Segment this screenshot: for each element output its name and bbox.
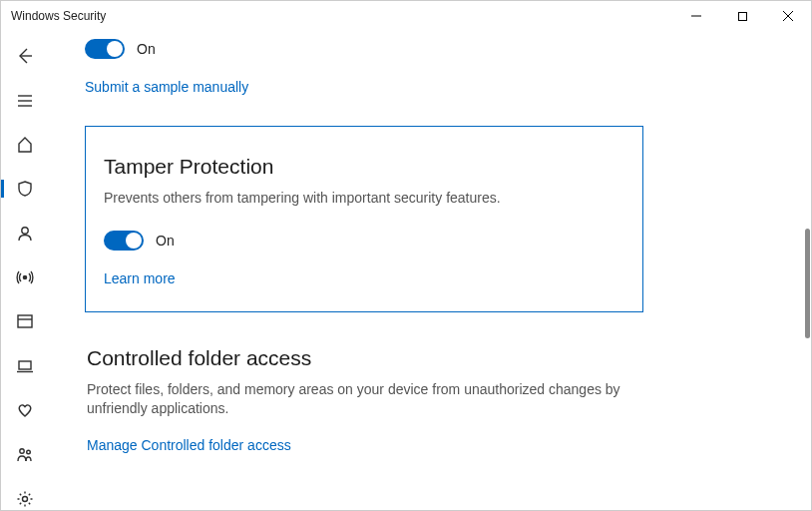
window: Windows Security [0, 0, 812, 511]
laptop-icon [16, 357, 34, 375]
toggle-knob [107, 41, 123, 57]
tamper-description: Prevents others from tampering with impo… [104, 189, 624, 209]
maximize-icon [737, 11, 748, 22]
tamper-toggle-row: On [104, 231, 624, 251]
hamburger-icon [16, 92, 34, 110]
minimize-icon [690, 10, 702, 22]
menu-button[interactable] [1, 89, 49, 111]
nav-virus-protection[interactable] [1, 178, 49, 200]
gear-icon [16, 490, 34, 508]
nav-device-security[interactable] [1, 355, 49, 377]
close-button[interactable] [765, 1, 811, 31]
nav-rail [1, 31, 49, 510]
cfa-heading: Controlled folder access [87, 346, 643, 370]
toggle-knob [126, 233, 142, 249]
svg-point-8 [22, 227, 28, 233]
tamper-learn-more-link[interactable]: Learn more [104, 270, 176, 286]
svg-point-15 [27, 451, 31, 455]
user-icon [16, 225, 34, 243]
minimize-button[interactable] [673, 1, 719, 31]
home-icon [16, 136, 34, 154]
svg-rect-1 [738, 12, 746, 20]
window-icon [16, 312, 34, 330]
arrow-left-icon [16, 47, 34, 65]
nav-settings[interactable] [1, 488, 49, 510]
scrollbar-thumb[interactable] [805, 229, 810, 338]
cfa-description: Protect files, folders, and memory areas… [87, 380, 643, 419]
nav-home[interactable] [1, 134, 49, 156]
titlebar: Windows Security [1, 1, 811, 31]
maximize-button[interactable] [719, 1, 765, 31]
heart-icon [16, 401, 34, 419]
tamper-protection-section: Tamper Protection Prevents others from t… [85, 126, 643, 312]
content-inner: On Submit a sample manually Tamper Prote… [85, 39, 643, 454]
tamper-heading: Tamper Protection [104, 155, 624, 179]
back-button[interactable] [1, 45, 49, 67]
nav-family-options[interactable] [1, 443, 49, 465]
controlled-folder-section: Controlled folder access Protect files, … [85, 346, 643, 454]
tamper-toggle-label: On [156, 233, 175, 249]
nav-firewall[interactable] [1, 266, 49, 288]
nav-app-browser[interactable] [1, 310, 49, 332]
close-icon [782, 10, 794, 22]
window-controls [673, 1, 811, 31]
window-body: On Submit a sample manually Tamper Prote… [1, 31, 811, 510]
nav-device-performance[interactable] [1, 399, 49, 421]
family-icon [16, 445, 34, 463]
cloud-protection-toggle-label: On [137, 41, 156, 57]
cfa-manage-link[interactable]: Manage Controlled folder access [87, 437, 291, 453]
svg-rect-12 [19, 361, 31, 369]
svg-rect-10 [18, 315, 32, 327]
svg-point-9 [23, 275, 26, 278]
tamper-toggle[interactable] [104, 231, 144, 251]
shield-icon [16, 180, 34, 198]
content-area: On Submit a sample manually Tamper Prote… [49, 31, 811, 510]
cloud-protection-toggle[interactable] [85, 39, 125, 59]
cloud-protection-toggle-row: On [85, 39, 643, 59]
svg-point-14 [20, 449, 24, 453]
submit-sample-link[interactable]: Submit a sample manually [85, 79, 248, 95]
nav-account-protection[interactable] [1, 222, 49, 244]
broadcast-icon [16, 268, 34, 286]
window-title: Windows Security [9, 9, 106, 23]
svg-point-16 [23, 496, 28, 501]
